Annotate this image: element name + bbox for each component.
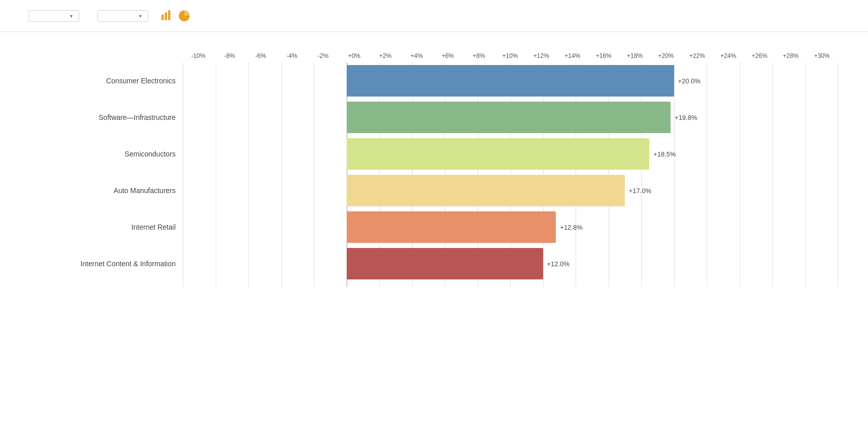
bar-2 [347,138,650,170]
type-chevron: ▾ [70,13,73,19]
axis-label-20: +30% [806,52,837,59]
bar-1 [347,102,671,133]
axis-label-0: -10% [183,52,214,59]
svg-rect-0 [161,15,163,20]
axis-label-12: +14% [557,52,588,59]
type-dropdown[interactable]: ▾ [28,10,79,22]
bar-value-3: +17.0% [629,187,651,195]
bar-value-4: +12.8% [560,224,582,231]
bar-label-3: Auto Manufacturers [30,186,183,195]
bar-value-1: +19.8% [675,114,697,121]
bar-label-5: Internet Content & Information [30,260,183,268]
axis-label-6: +2% [370,52,401,59]
axis-labels: -10%-8%-6%-4%-2%+0%+2%+4%+6%+8%+10%+12%+… [183,52,838,59]
axis-label-13: +16% [588,52,619,59]
axis-label-9: +8% [463,52,494,59]
by-dropdown[interactable]: ▾ [97,10,148,22]
bar-row-0: Consumer Electronics+20.0% [183,62,838,99]
axis-label-10: +10% [494,52,525,59]
axis-label-11: +12% [526,52,557,59]
axis-label-7: +4% [401,52,432,59]
axis-label-3: -4% [276,52,307,59]
bar-value-0: +20.0% [678,77,700,85]
bar-label-2: Semiconductors [30,150,183,158]
bar-5 [347,248,543,279]
axis-label-1: -8% [214,52,245,59]
svg-rect-1 [165,13,167,20]
bars-container: Consumer Electronics+20.0%Software—Infra… [183,62,838,282]
pie-chart-icon[interactable] [178,9,191,22]
bar-value-2: +18.5% [653,150,676,158]
axis-label-14: +18% [619,52,650,59]
bar-label-1: Software—Infrastructure [30,113,183,121]
axis-label-15: +20% [650,52,681,59]
bar-row-5: Internet Content & Information+12.0% [183,245,838,282]
bar-4 [347,211,556,243]
bar-value-5: +12.0% [547,260,570,268]
axis-label-16: +22% [682,52,713,59]
bar-3 [347,175,625,206]
toolbar: ▾ ▾ [0,0,868,32]
bar-row-4: Internet Retail+12.8% [183,209,838,245]
svg-rect-2 [168,10,170,20]
grid-line-20 [838,62,838,287]
chart-container: -10%-8%-6%-4%-2%+0%+2%+4%+6%+8%+10%+12%+… [0,42,868,302]
chart-area: Consumer Electronics+20.0%Software—Infra… [183,62,838,282]
axis-label-17: +24% [713,52,744,59]
bar-0 [347,65,674,97]
axis-label-18: +26% [744,52,775,59]
bar-row-1: Software—Infrastructure+19.8% [183,99,838,136]
bar-chart-icon[interactable] [160,9,174,22]
by-chevron: ▾ [139,13,142,19]
axis-label-19: +28% [775,52,806,59]
axis-label-5: +0% [339,52,370,59]
chart-type-icons [160,9,191,22]
bar-row-2: Semiconductors+18.5% [183,136,838,172]
axis-label-2: -6% [245,52,276,59]
bar-row-3: Auto Manufacturers+17.0% [183,172,838,209]
axis-label-8: +6% [432,52,463,59]
toolbar-divider [0,32,868,32]
bar-label-0: Consumer Electronics [30,77,183,85]
axis-label-4: -2% [308,52,339,59]
bar-label-4: Internet Retail [30,223,183,231]
